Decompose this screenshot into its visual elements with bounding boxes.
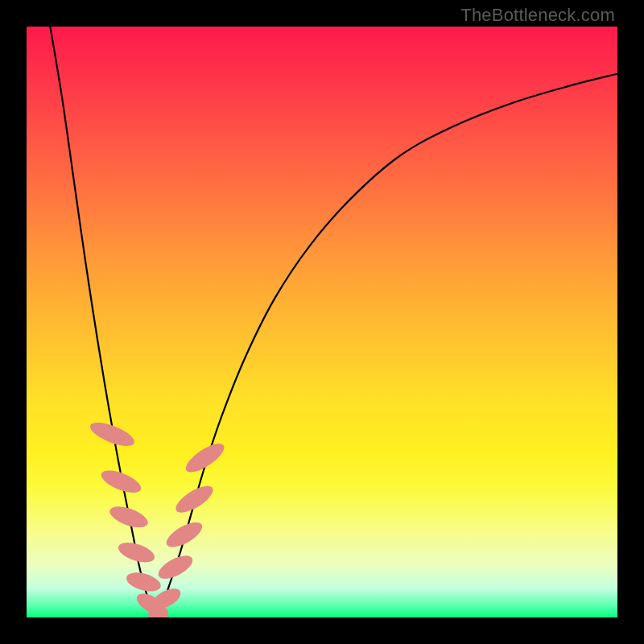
bead bbox=[98, 466, 144, 497]
chart-frame: TheBottleneck.com bbox=[0, 0, 644, 644]
bead bbox=[172, 481, 217, 517]
watermark-text: TheBottleneck.com bbox=[460, 5, 615, 26]
curve-group bbox=[50, 27, 617, 617]
bead bbox=[163, 518, 206, 552]
right-curve bbox=[156, 74, 617, 617]
curves-svg bbox=[27, 27, 617, 617]
beads-group bbox=[87, 418, 228, 617]
plot-area bbox=[27, 27, 617, 617]
bead bbox=[116, 539, 157, 566]
bead bbox=[107, 502, 151, 531]
bead bbox=[182, 439, 229, 477]
bead bbox=[124, 569, 163, 595]
bead bbox=[155, 551, 196, 584]
left-curve bbox=[50, 27, 156, 617]
